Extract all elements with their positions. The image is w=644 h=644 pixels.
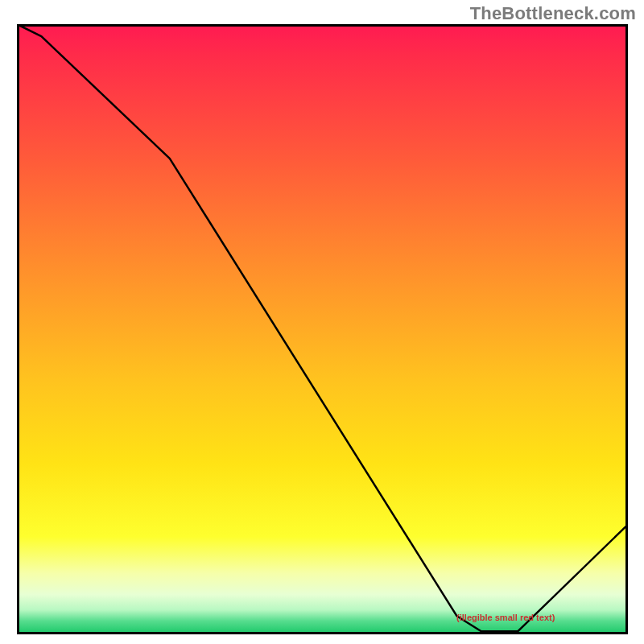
chart-background xyxy=(17,24,628,634)
chart-annotation: (illegible small red text) xyxy=(456,613,555,622)
chart-frame: TheBottleneck.com (illegible small red t… xyxy=(0,0,644,644)
watermark-text: TheBottleneck.com xyxy=(470,3,636,24)
plot-area: (illegible small red text) xyxy=(17,24,628,634)
chart-svg: (illegible small red text) xyxy=(17,24,628,634)
